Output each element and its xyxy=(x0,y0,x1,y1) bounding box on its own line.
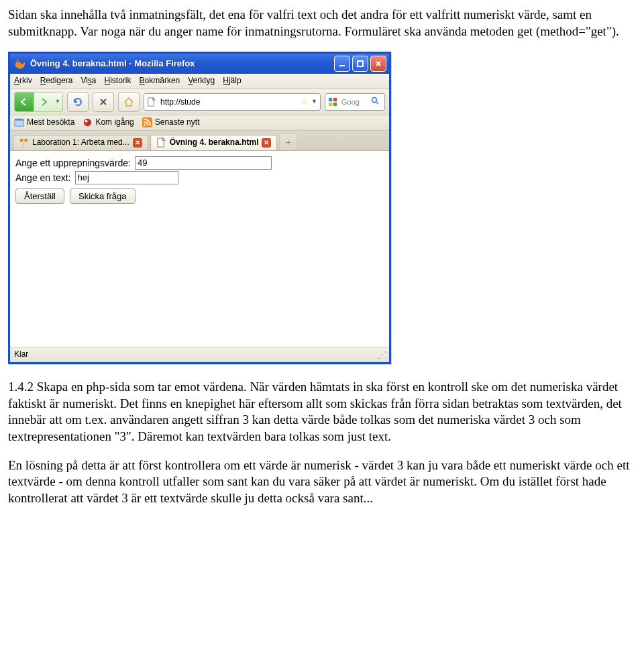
bookmark-label: Senaste nytt xyxy=(155,117,200,128)
resize-grip-icon[interactable]: ⋰ xyxy=(378,349,385,361)
menu-ul: H xyxy=(223,76,229,85)
tab-favicon: t xyxy=(19,137,29,148)
menu-verktyg[interactable]: Verktyg xyxy=(188,76,215,87)
home-button[interactable] xyxy=(118,92,140,112)
form-row-text: Ange en text: xyxy=(15,171,384,184)
close-tab-icon[interactable]: ✕ xyxy=(262,138,271,148)
svg-rect-15 xyxy=(15,119,23,121)
intro-paragraph: Sidan ska innehålla två inmatningsfält, … xyxy=(8,7,636,40)
menu-visa-rest: a xyxy=(92,76,97,85)
statusbar: Klar ⋰ xyxy=(10,347,389,362)
address-dropdown-icon[interactable]: ▼ xyxy=(311,98,317,106)
close-tab-icon[interactable]: ✕ xyxy=(133,138,142,148)
menu-hjalp-rest: jälp xyxy=(229,76,241,85)
svg-rect-10 xyxy=(329,103,332,106)
svg-rect-1 xyxy=(339,65,345,66)
page-icon xyxy=(147,97,156,107)
form-row-repeat: Ange ett upprepningsvärde: xyxy=(15,156,384,170)
menu-hjalp[interactable]: Hjälp xyxy=(223,76,241,87)
svg-rect-8 xyxy=(329,98,332,101)
menu-ul: B xyxy=(140,76,145,85)
tab-active[interactable]: Övning 4. berakna.html ✕ xyxy=(150,135,278,150)
bookmarks-toolbar: Mest besökta Kom igång Senaste nytt xyxy=(10,115,389,131)
svg-point-16 xyxy=(84,119,91,126)
bookmark-star-icon[interactable]: ☆ xyxy=(301,97,309,108)
menu-arkiv[interactable]: Arkiv xyxy=(14,76,32,87)
reset-button[interactable]: Återställ xyxy=(15,188,64,204)
menu-ul: V xyxy=(188,76,193,85)
search-input[interactable] xyxy=(340,97,368,107)
bookmark-kom-igang[interactable]: Kom igång xyxy=(83,117,133,128)
svg-rect-21 xyxy=(24,139,28,142)
nav-history-dropdown[interactable]: ▼ xyxy=(53,93,62,111)
bookmark-most-visited[interactable]: Mest besökta xyxy=(14,117,74,128)
section-heading: 1.4.2 Skapa en php-sida som tar emot vär… xyxy=(8,380,250,394)
menu-redigera-rest: edigera xyxy=(46,76,72,85)
menu-visa-pre: Vi xyxy=(80,76,87,85)
maximize-button[interactable] xyxy=(352,56,368,72)
menu-visa[interactable]: Visa xyxy=(80,76,96,87)
svg-rect-9 xyxy=(333,98,337,101)
menu-historik-rest: istorik xyxy=(110,76,131,85)
reload-button[interactable] xyxy=(67,92,89,112)
nav-back-forward: ▼ xyxy=(14,92,63,112)
menubar: Arkiv Redigera Visa Historik Bokmärken V… xyxy=(10,74,389,89)
bookmark-label: Mest besökta xyxy=(27,117,74,128)
nav-toolbar: ▼ ☆ ▼ xyxy=(10,89,389,115)
menu-bokmarken[interactable]: Bokmärken xyxy=(140,76,180,87)
address-bar[interactable]: ☆ ▼ xyxy=(144,93,321,111)
svg-line-13 xyxy=(376,102,378,104)
menu-bokmarken-rest: okmärken xyxy=(145,76,180,85)
forward-button[interactable] xyxy=(34,93,53,111)
svg-point-17 xyxy=(85,120,88,123)
svg-rect-14 xyxy=(15,120,23,126)
window-title: Övning 4. berakna.html - Mozilla Firefox xyxy=(30,58,334,70)
google-icon xyxy=(328,97,337,107)
menu-ul: H xyxy=(105,76,111,85)
menu-historik[interactable]: Historik xyxy=(105,76,131,87)
closing-paragraph: En lösning på detta är att först kontrol… xyxy=(8,457,636,507)
menu-arkiv-rest: rkiv xyxy=(19,76,32,85)
tab-inactive[interactable]: t Laboration 1: Arbeta med... ✕ xyxy=(13,135,148,150)
new-tab-button[interactable]: + xyxy=(279,133,297,150)
svg-point-12 xyxy=(372,97,377,102)
window-titlebar: Övning 4. berakna.html - Mozilla Firefox xyxy=(10,54,389,74)
label-repeat: Ange ett upprepningsvärde: xyxy=(15,157,131,169)
page-content: Ange ett upprepningsvärde: Ange en text:… xyxy=(10,151,389,347)
tab-label: Övning 4. berakna.html xyxy=(170,137,259,148)
search-box[interactable] xyxy=(325,93,385,111)
svg-rect-18 xyxy=(142,117,152,127)
menu-redigera[interactable]: Redigera xyxy=(40,76,73,87)
section-paragraph: 1.4.2 Skapa en php-sida som tar emot vär… xyxy=(8,379,636,445)
text-input[interactable] xyxy=(75,171,178,184)
window-controls xyxy=(334,56,386,72)
svg-rect-11 xyxy=(333,103,337,106)
bookmark-senaste-nytt[interactable]: Senaste nytt xyxy=(142,117,200,128)
page-icon xyxy=(156,137,166,148)
close-button[interactable] xyxy=(370,56,386,72)
back-button[interactable] xyxy=(15,93,34,111)
menu-ul: A xyxy=(14,76,19,85)
minimize-button[interactable] xyxy=(334,56,350,72)
submit-button[interactable]: Skicka fråga xyxy=(70,188,136,204)
stop-button[interactable] xyxy=(93,92,114,112)
bookmark-label: Kom igång xyxy=(95,117,133,128)
kom-igang-icon xyxy=(83,117,93,127)
menu-verktyg-rest: erktyg xyxy=(193,76,215,85)
svg-text:t: t xyxy=(23,142,25,148)
browser-window: Övning 4. berakna.html - Mozilla Firefox… xyxy=(8,52,391,364)
svg-rect-2 xyxy=(358,61,363,66)
firefox-icon xyxy=(14,58,26,70)
most-visited-icon xyxy=(14,117,24,127)
rss-icon xyxy=(142,117,152,127)
status-text: Klar xyxy=(14,349,28,360)
tabbar: t Laboration 1: Arbeta med... ✕ Övning 4… xyxy=(10,131,389,151)
tab-label: Laboration 1: Arbeta med... xyxy=(32,137,129,148)
address-input[interactable] xyxy=(159,97,298,107)
svg-point-19 xyxy=(144,124,146,126)
label-text: Ange en text: xyxy=(15,172,71,184)
repeat-input[interactable] xyxy=(135,156,272,170)
button-row: Återställ Skicka fråga xyxy=(15,188,384,204)
search-icon[interactable] xyxy=(371,97,379,108)
